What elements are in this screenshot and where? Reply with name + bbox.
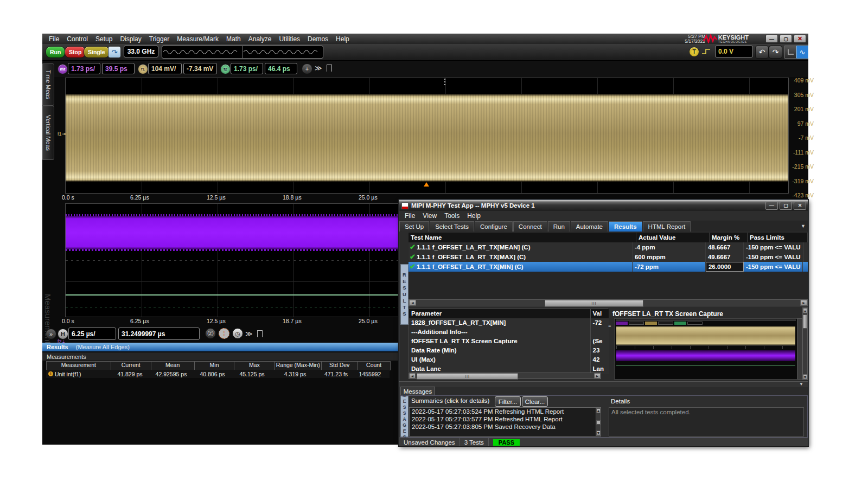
scroll-right-icon[interactable]: ► — [594, 373, 601, 378]
trigger-source-icon[interactable]: T — [689, 47, 699, 57]
trigger-level-field[interactable]: 0.0 V — [715, 46, 753, 57]
filter-button[interactable]: Filter... — [495, 396, 521, 407]
menu-analyze[interactable]: Analyze — [248, 35, 272, 43]
scroll-left-icon[interactable]: ◄ — [409, 373, 416, 378]
trigger-time-marker[interactable] — [424, 182, 429, 187]
results-h-scrollbar[interactable]: ◄ ► III — [409, 299, 808, 306]
app-minimize-icon[interactable]: — — [765, 202, 778, 210]
add-channel-icon[interactable]: + — [302, 63, 312, 74]
menu-control[interactable]: Control — [67, 35, 88, 43]
minimize-icon[interactable]: — — [765, 35, 778, 43]
scroll-thumb[interactable] — [596, 420, 601, 425]
param-row[interactable]: fOFFSET LA_RT TX Screen Capture (Se — [409, 337, 609, 347]
h-scale-icon[interactable]: H — [58, 329, 68, 339]
f1-scale-field[interactable]: 104 mV/ — [148, 63, 182, 74]
waveform-tool-icon[interactable]: ∿ — [796, 46, 808, 59]
message-item[interactable]: 2022-05-17 05:27:03:805 PM Saved Recover… — [410, 422, 601, 430]
maximize-icon[interactable]: ▢ — [780, 35, 792, 43]
app-menu-file[interactable]: File — [405, 212, 415, 220]
app-menu-view[interactable]: View — [423, 212, 437, 220]
h-position-field[interactable]: 31.2499997 µs — [118, 328, 200, 340]
menu-help[interactable]: Help — [336, 35, 349, 43]
test-row-max[interactable]: ✔ 1.1.1 f_OFFSET_LA_RT_TX[MAX] (C) 600 m… — [409, 252, 808, 262]
menu-math[interactable]: Math — [226, 35, 241, 43]
bandwidth-field[interactable]: 33.0 GHz — [124, 46, 158, 57]
app-maximize-icon[interactable]: ▢ — [780, 202, 792, 210]
message-item[interactable]: 2022-05-17 05:27:03:524 PM Refreshing HT… — [410, 408, 601, 415]
menu-setup[interactable]: Setup — [95, 35, 112, 43]
messages-list[interactable]: 2022-05-17 05:27:03:524 PM Refreshing HT… — [409, 407, 601, 436]
close-icon[interactable]: ✕ — [794, 35, 806, 43]
app-menu-help[interactable]: Help — [467, 212, 481, 220]
tab-select-tests[interactable]: Select Tests — [430, 221, 474, 232]
scroll-thumb[interactable]: III — [545, 300, 643, 307]
tab-run[interactable]: Run — [548, 221, 570, 232]
scroll-thumb[interactable] — [803, 314, 807, 329]
message-item[interactable]: 2022-05-17 05:27:03:577 PM Refreshed HTM… — [410, 415, 601, 422]
tab-automate[interactable]: Automate — [571, 221, 608, 232]
tab-time-meas[interactable]: Time Meas — [42, 63, 54, 106]
scroll-right-icon[interactable]: ► — [800, 300, 807, 306]
scroll-thumb[interactable]: III — [417, 373, 518, 380]
h-pin-icon[interactable] — [257, 330, 263, 337]
messages-scrollbar[interactable]: ▲ ▼ — [596, 408, 601, 436]
zoom-region-icon[interactable] — [784, 46, 796, 59]
zoom-mode-icon[interactable]: Ⓩ — [205, 328, 216, 339]
touch-icon[interactable]: ↷ — [108, 46, 121, 58]
tab-results[interactable]: Results — [609, 221, 642, 232]
single-button[interactable]: Single — [84, 46, 110, 58]
clock-icon[interactable]: ◷ — [232, 328, 243, 339]
test-row-min-selected[interactable]: ✔ 1.1.1 f_OFFSET_LA_RT_TX[MIN] (C) -72 p… — [409, 262, 808, 272]
tab-set-up[interactable]: Set Up — [399, 221, 429, 232]
menu-display[interactable]: Display — [120, 35, 141, 43]
trigger-edge-icon[interactable] — [701, 47, 712, 56]
param-row[interactable]: UI (Max) 42 — [409, 355, 609, 365]
tab-vertical-meas[interactable]: Vertical Meas — [42, 106, 54, 160]
menu-file[interactable]: File — [49, 35, 59, 43]
param-h-scrollbar[interactable]: ◄ ► III — [409, 373, 601, 379]
scroll-left-icon[interactable]: ◄ — [409, 300, 416, 306]
app-menu-tools[interactable]: Tools — [444, 212, 459, 220]
stop-button[interactable]: Stop — [65, 46, 86, 58]
app-titlebar[interactable]: MIPI M-PHY Test App -- MPHY v5 Device 1 … — [399, 200, 808, 211]
expand-chevron-icon[interactable]: ≫ — [315, 64, 322, 72]
trigger-position-marker[interactable] — [444, 79, 445, 86]
menu-measure-mark[interactable]: Measure/Mark — [177, 35, 219, 43]
channel-mt-icon[interactable]: mt — [58, 64, 68, 74]
clear-button[interactable]: Clear... — [522, 396, 548, 407]
more-chevron-icon[interactable]: » — [46, 329, 56, 339]
scroll-up-icon[interactable]: ▲ — [596, 408, 601, 413]
channel-f1-icon[interactable]: f1 — [138, 64, 148, 74]
redo-icon[interactable]: ↷ — [769, 46, 782, 59]
run-button[interactable]: Run — [46, 46, 65, 58]
tab-connect[interactable]: Connect — [513, 221, 547, 232]
f2-scale-field[interactable]: 1.73 ps/ — [231, 63, 263, 74]
scroll-down-icon[interactable]: ▼ — [803, 374, 807, 380]
param-row[interactable]: ---Additional Info--- — [409, 328, 609, 338]
menu-utilities[interactable]: Utilities — [279, 35, 300, 43]
test-row-mean[interactable]: ✔ 1.1.1 f_OFFSET_LA_RT_TX[MEAN] (C) -4 p… — [409, 242, 808, 253]
capture-v-scrollbar[interactable]: ▲ ▼ — [802, 307, 808, 380]
scroll-up-icon[interactable]: ▲ — [803, 308, 807, 313]
measurement-row[interactable]: 1 Unit int(f1) 41.829 ps 42.92595 ps 40.… — [46, 370, 390, 378]
tabs-overflow-icon[interactable]: ▼ — [801, 221, 808, 232]
app-close-icon[interactable]: ✕ — [794, 202, 806, 210]
mt-scale-field[interactable]: 1.73 ps/ — [68, 63, 100, 74]
h-scale-field[interactable]: 6.25 µs/ — [68, 328, 116, 340]
f1-ground-marker[interactable]: f1⇥ — [58, 131, 66, 137]
channel-f2-icon[interactable]: f2 — [220, 64, 231, 74]
tab-configure[interactable]: Configure — [475, 221, 513, 232]
margin-edit-cell[interactable]: 26.0000 — [706, 262, 744, 272]
param-row[interactable]: 1828_fOFFSET_LA_RT_TX[MIN] -72 — [409, 318, 609, 329]
menu-trigger[interactable]: Trigger — [149, 35, 170, 43]
mini-capture-scrollbar[interactable] — [797, 318, 802, 380]
panel-splitter[interactable]: ≡ — [608, 325, 612, 341]
undo-icon[interactable]: ↶ — [755, 46, 769, 59]
mt-offset-field[interactable]: 39.5 ps — [102, 63, 135, 74]
dotted-mode-icon[interactable]: ⁞ — [219, 328, 229, 339]
waveform-preview[interactable] — [162, 46, 323, 59]
menu-demos[interactable]: Demos — [308, 35, 328, 43]
f1-offset-field[interactable]: -7.34 mV — [183, 63, 217, 74]
f2-offset-field[interactable]: 46.4 ps — [265, 63, 297, 74]
h-expand-chevron-icon[interactable]: ≫ — [245, 330, 253, 338]
